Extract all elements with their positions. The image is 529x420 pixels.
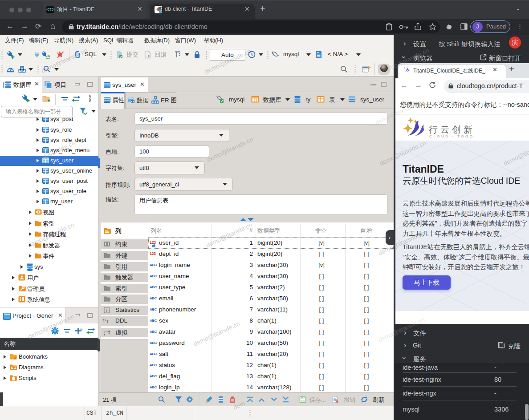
svg-text:i: i bbox=[106, 308, 107, 313]
svg-text:T: T bbox=[106, 319, 109, 324]
